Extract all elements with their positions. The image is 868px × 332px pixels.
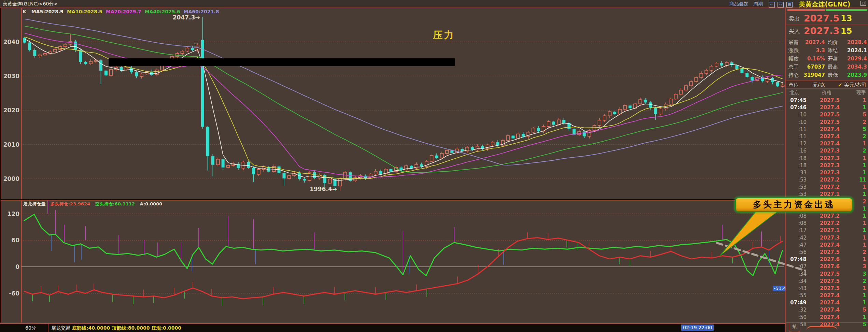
tick-time: :53 [789, 184, 807, 190]
tick-price: 2027.3 [817, 162, 842, 169]
tick-price: 2027.1 [817, 227, 842, 233]
tick-time: :18 [789, 155, 807, 161]
stat-label: 涨跌 [788, 47, 799, 54]
tick-row[interactable]: :472027.41 [786, 242, 868, 249]
tick-time: :10 [789, 119, 807, 125]
a-value-label: A:0.0000 [140, 201, 162, 206]
tick-row[interactable]: :432027.51 [786, 285, 868, 292]
tick-volume: 1 [863, 220, 866, 226]
stat-label: 持仓 [788, 72, 799, 78]
tick-time: :11 [789, 126, 807, 132]
col-volume: 现手 [856, 90, 866, 96]
tick-row[interactable]: 07:462027.41 [786, 104, 868, 112]
sub-y-tick-label: 120 [8, 211, 20, 217]
tick-row[interactable]: :342027.53 [786, 271, 868, 278]
tick-row[interactable]: :082027.21 [786, 220, 868, 227]
ask-row[interactable]: 卖出 2027.5 13 [786, 13, 868, 24]
tick-row[interactable]: :342027.52 [786, 278, 868, 285]
col-time: 北京 [789, 90, 799, 96]
tick-row[interactable]: :172027.11 [786, 227, 868, 234]
divider [786, 25, 868, 25]
tick-time: 07:46 [789, 104, 807, 111]
trading-terminal: 美黄金连(GLNC)<60分> 商品叠加 周期 ⇦ ⇨ ⊟ 美黄金连(GLNC)… [0, 0, 868, 332]
low-annotation: 1996.4→ [310, 186, 337, 192]
tab-tick[interactable]: 笔 [789, 323, 800, 332]
tick-time: :33 [789, 170, 807, 176]
tick-price: 2027.4 [817, 141, 842, 147]
tick-time: :17 [789, 227, 807, 233]
unit-value-usd[interactable]: 美元/盎司 [844, 82, 866, 88]
tick-row[interactable]: :072027.63 [786, 263, 868, 271]
tick-time: :47 [789, 242, 807, 248]
tick-volume: 1 [863, 314, 866, 320]
tick-row[interactable]: :502027.41 [786, 314, 868, 321]
tick-row[interactable]: :532027.211 [786, 177, 868, 184]
tick-row[interactable]: :422027.31 [786, 235, 868, 242]
y-tick-label: 2010 [3, 141, 19, 148]
tick-volume: 2 [863, 148, 866, 154]
period-label[interactable]: 60分 [25, 325, 36, 331]
stat-label: 总手 [788, 64, 799, 70]
tick-row[interactable]: :102027.52 [786, 119, 868, 126]
y-tick-label: 2020 [3, 107, 19, 114]
tick-volume: 5 [863, 307, 866, 313]
tick-volume: 3 [863, 271, 866, 277]
tick-time: :11 [789, 133, 807, 140]
stat-label: 最新 [788, 39, 799, 46]
tick-price: 2027.3 [817, 155, 842, 161]
stat-value: 2023.9 [847, 72, 867, 78]
stat-value: 2034.3 [847, 64, 867, 70]
zhuang-param: 庄现:0.0000 [151, 325, 181, 331]
stat-value: 67037 [807, 64, 825, 70]
buy-ratio [826, 9, 867, 11]
stat-value: 319047 [803, 72, 825, 78]
indicator-value-tag: -51.4 [773, 286, 787, 291]
stat-value: 2027.4 [805, 39, 825, 45]
tick-row[interactable]: 07:452027.51 [786, 97, 868, 104]
tick-row[interactable]: :102027.55 [786, 112, 868, 119]
tick-row[interactable]: :162027.32 [786, 148, 868, 155]
unit-value: 元/克 [813, 82, 825, 88]
tick-price: 2027.4 [817, 292, 842, 299]
tick-time: :10 [789, 112, 807, 118]
y-tick-label: 2030 [3, 73, 19, 80]
tick-row[interactable]: :112027.45 [786, 126, 868, 133]
split-window-icon[interactable]: ⊟ [786, 2, 793, 8]
tick-row[interactable]: :532027.21 [786, 184, 868, 191]
tick-volume: 1 [863, 213, 866, 219]
tick-row[interactable]: :182027.31 [786, 162, 868, 170]
tick-row[interactable]: :552027.41 [786, 292, 868, 300]
unit-row[interactable]: 单位 元/克 ✔ 美元/盎司 [786, 81, 868, 89]
stat-label: 昨结 [828, 47, 838, 54]
tick-row[interactable]: :182027.31 [786, 155, 868, 162]
tick-list[interactable]: 07:452027.5107:462027.41:102027.55:10202… [786, 97, 868, 329]
check-icon[interactable]: ✔ [838, 82, 842, 88]
tick-row[interactable]: 07:492027.41 [786, 300, 868, 307]
tick-row[interactable]: :112027.42 [786, 133, 868, 141]
chart-canvas: 204020302020201020002047.3→1996.4→压力1206… [0, 0, 785, 332]
divider [48, 324, 48, 332]
tick-row[interactable]: 07:482027.61 [786, 256, 868, 263]
bid-row[interactable]: 买入 2027.3 15 [786, 26, 868, 37]
tick-volume: 2 [863, 133, 866, 140]
ask-price: 2027.5 [804, 13, 839, 24]
tick-price: 2027.5 [817, 249, 842, 255]
tick-row[interactable]: :322027.45 [786, 307, 868, 314]
tick-row[interactable]: :082027.21 [786, 213, 868, 220]
sidebar-tab-bar: 笔 [786, 322, 868, 332]
maximize-icon[interactable]: ▢ [860, 1, 866, 6]
tick-volume: 5 [863, 112, 866, 118]
tick-volume: 2 [863, 199, 866, 205]
tick-row[interactable]: :562027.52 [786, 249, 868, 256]
tick-volume: 11 [859, 177, 866, 183]
tick-price: 2027.5 [817, 119, 842, 125]
tick-price: 2027.2 [817, 184, 842, 190]
tick-volume: 1 [863, 141, 866, 147]
tick-price: 2027.4 [817, 307, 842, 313]
tick-price: 2027.2 [817, 220, 842, 226]
tick-row[interactable]: :122027.41 [786, 141, 868, 148]
tick-row[interactable]: :332027.31 [786, 170, 868, 177]
tick-time: :34 [789, 278, 807, 284]
sub-y-tick-label: -60 [9, 290, 19, 297]
tick-price: 2027.3 [817, 148, 842, 154]
